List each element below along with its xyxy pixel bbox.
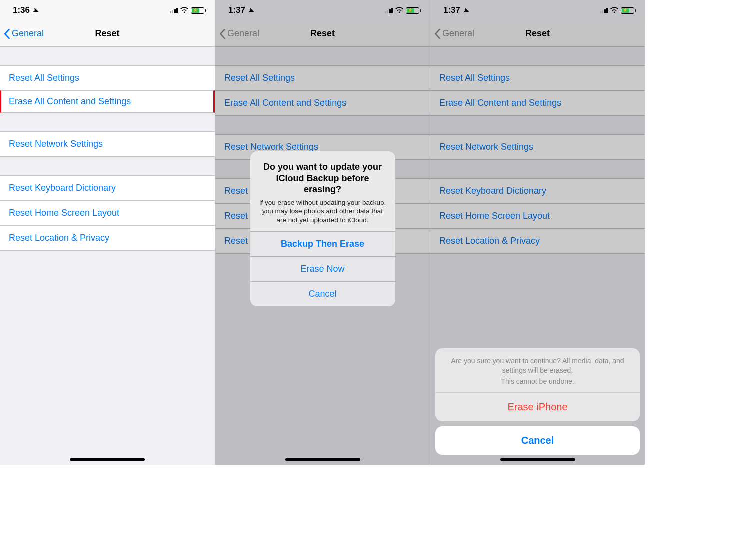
cancel-button[interactable]: Cancel [436,426,640,455]
chevron-left-icon [434,29,441,39]
group-1: Reset All Settings Erase All Content and… [0,66,215,113]
sheet-message-line1: Are you sure you want to continue? All m… [436,348,640,378]
location-icon: ➤ [462,6,471,15]
back-label: General [12,28,44,39]
status-time: 1:36 [13,6,30,16]
wifi-icon [396,8,404,14]
status-bar: 1:37 ➤ ⚡ [216,0,430,21]
row-reset-keyboard: Reset Keyboard Dictionary [430,178,645,204]
row-reset-location-privacy: Reset Location & Privacy [430,228,645,254]
back-button[interactable]: General [4,28,44,39]
sheet-message-line2: This cannot be undone. [436,378,640,392]
alert-message: If you erase without updating your backu… [260,198,386,225]
back-button: General [220,28,260,39]
group-2: Reset Network Settings [0,132,215,157]
row-erase-all-content: Erase All Content and Settings [216,90,430,116]
home-indicator[interactable] [286,458,360,461]
group-1: Reset All Settings Erase All Content and… [430,66,645,116]
cell-signal-icon [170,8,178,14]
backup-then-erase-button[interactable]: Backup Then Erase [250,232,396,256]
home-indicator[interactable] [70,458,145,461]
back-label: General [228,28,260,39]
group-3: Reset Keyboard Dictionary Reset Home Scr… [430,178,645,254]
row-reset-location-privacy[interactable]: Reset Location & Privacy [0,226,215,251]
group-1: Reset All Settings Erase All Content and… [216,66,430,116]
nav-bar: General Reset [0,21,215,47]
erase-action-sheet: Are you sure you want to continue? All m… [436,348,640,455]
cancel-button[interactable]: Cancel [250,282,396,306]
row-reset-all-settings: Reset All Settings [430,66,645,90]
row-reset-home-layout[interactable]: Reset Home Screen Layout [0,200,215,226]
screen-reset-list: 1:36 ➤ ⚡ General Reset Reset All Setting… [0,0,215,465]
chevron-left-icon [220,29,226,39]
screen-erase-confirm: 1:37 ➤ ⚡ General Reset Reset All Setting… [430,0,645,465]
status-bar: 1:37 ➤ ⚡ [430,0,645,21]
battery-icon: ⚡ [621,8,636,14]
row-reset-network: Reset Network Settings [430,134,645,160]
status-bar: 1:36 ➤ ⚡ [0,0,215,21]
row-reset-keyboard[interactable]: Reset Keyboard Dictionary [0,176,215,200]
location-icon: ➤ [32,6,40,15]
status-time: 1:37 [228,6,246,16]
backup-alert: Do you want to update your iCloud Backup… [250,152,396,306]
home-indicator[interactable] [500,458,576,461]
row-erase-all-content[interactable]: Erase All Content and Settings [0,90,215,113]
row-reset-home-layout: Reset Home Screen Layout [430,204,645,228]
status-time: 1:37 [444,6,460,16]
nav-bar: General Reset [216,21,430,47]
back-button: General [434,28,474,39]
group-3: Reset Keyboard Dictionary Reset Home Scr… [0,176,215,251]
alert-title: Do you want to update your iCloud Backup… [260,162,386,196]
erase-now-button[interactable]: Erase Now [250,256,396,282]
erase-iphone-button[interactable]: Erase iPhone [436,392,640,422]
location-icon: ➤ [248,6,256,15]
back-label: General [442,28,474,39]
row-erase-all-content: Erase All Content and Settings [430,90,645,116]
wifi-icon [180,8,188,14]
cell-signal-icon [600,8,608,14]
row-reset-all-settings: Reset All Settings [216,66,430,90]
battery-icon: ⚡ [191,8,206,14]
screen-backup-alert: 1:37 ➤ ⚡ General Reset Reset All Setting… [215,0,430,465]
wifi-icon [610,8,618,14]
battery-icon: ⚡ [406,8,421,14]
group-2: Reset Network Settings [430,134,645,160]
row-reset-network[interactable]: Reset Network Settings [0,132,215,157]
cell-signal-icon [385,8,394,14]
nav-bar: General Reset [430,21,645,47]
row-reset-all-settings[interactable]: Reset All Settings [0,66,215,90]
chevron-left-icon [4,29,10,39]
